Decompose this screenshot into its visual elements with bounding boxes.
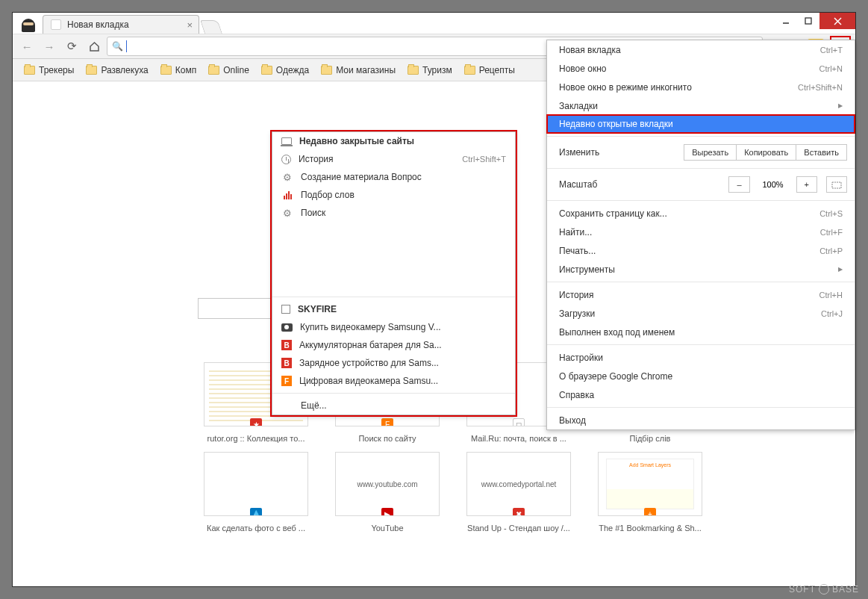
menu-new-tab[interactable]: Новая вкладкаCtrl+T — [547, 40, 855, 59]
folder-icon — [464, 66, 475, 75]
new-tab-button[interactable] — [200, 20, 222, 34]
zoom-out-button[interactable]: – — [728, 176, 749, 193]
bookmark-folder[interactable]: Одежда — [256, 62, 314, 78]
paste-button[interactable]: Вставить — [796, 144, 847, 161]
bookmark-label: Туризм — [422, 65, 452, 75]
folder-icon — [261, 66, 272, 75]
bookmark-label: Комп — [175, 65, 196, 75]
menu-separator — [547, 136, 855, 137]
bookmark-folder[interactable]: Мои магазины — [316, 62, 401, 78]
bars-icon — [281, 190, 293, 199]
bookmark-label: Трекеры — [39, 65, 74, 75]
bookmark-folder[interactable]: Развлекуха — [81, 62, 153, 78]
tile-caption: Как сделать фото с веб ... — [207, 524, 305, 533]
b-icon: B — [281, 358, 292, 368]
tile[interactable]: www.comedyportal.net✖Stand Up - Стендап … — [460, 452, 577, 533]
submenu-separator — [272, 297, 515, 297]
recent-tabs-submenu: Недавно закрытые сайты ИсторияCtrl+Shift… — [272, 131, 516, 415]
menu-about[interactable]: О браузере Google Chrome — [547, 367, 855, 385]
bookmark-folder[interactable]: Трекеры — [19, 62, 79, 78]
close-icon[interactable]: × — [187, 19, 193, 31]
submenu-heading: Недавно закрытые сайты — [272, 132, 515, 150]
bookmark-label: Мои магазины — [336, 65, 396, 75]
menu-separator — [547, 344, 855, 345]
menu-find[interactable]: Найти...Ctrl+F — [547, 223, 855, 241]
bookmark-folder[interactable]: Комп — [155, 62, 202, 78]
submenu-item[interactable]: ⚙Поиск — [272, 204, 515, 222]
text-caret — [126, 40, 127, 52]
submenu-item[interactable]: Подбор слов — [272, 186, 515, 204]
bookmark-label: Online — [223, 65, 249, 75]
menu-save-as[interactable]: Сохранить страницу как...Ctrl+S — [547, 204, 855, 223]
menu-incognito[interactable]: Новое окно в режиме инкогнитоCtrl+Shift+… — [547, 78, 855, 96]
fullscreen-button[interactable] — [826, 176, 847, 193]
tile[interactable]: Add Smart Layers+The #1 Bookmarking & Sh… — [592, 452, 708, 533]
bookmark-label: Развлекуха — [101, 65, 148, 75]
folder-icon — [408, 66, 419, 75]
copy-button[interactable]: Копировать — [737, 144, 796, 161]
device-icon — [281, 305, 290, 314]
submenu-item[interactable]: ⚙Создание материала Вопрос — [272, 168, 515, 186]
tile-caption: YouTube — [371, 524, 403, 533]
menu-help[interactable]: Справка — [547, 385, 855, 404]
bookmark-folder[interactable]: Туризм — [402, 62, 458, 78]
tab-strip: Новая вкладка × — [43, 13, 220, 34]
maximize-button[interactable] — [797, 13, 819, 29]
tile-caption: Підбір слів — [630, 434, 671, 443]
menu-tools[interactable]: Инструменты▶ — [547, 260, 855, 279]
menu-bookmarks[interactable]: Закладки▶ — [547, 96, 855, 115]
bookmark-folder[interactable]: Online — [203, 62, 255, 78]
youtube-badge-icon: ▶ — [381, 508, 393, 516]
zoom-label: Масштаб — [559, 179, 597, 190]
zoom-value: 100% — [755, 180, 792, 189]
f-icon: F — [281, 376, 292, 386]
home-button[interactable] — [84, 37, 104, 56]
window-controls — [775, 13, 855, 29]
tile-thumb: Add Smart Layers+ — [598, 452, 702, 516]
main-menu: Новая вкладкаCtrl+T Новое окноCtrl+N Нов… — [546, 40, 855, 430]
submenu-history[interactable]: ИсторияCtrl+Shift+T — [272, 150, 515, 168]
page-badge-icon: ◻ — [513, 418, 525, 426]
edit-buttons: Вырезать Копировать Вставить — [684, 144, 847, 161]
submenu-more[interactable]: Ещё... — [272, 397, 515, 415]
menu-separator — [547, 168, 855, 169]
tile-thumb: www.comedyportal.net✖ — [466, 452, 571, 516]
svg-rect-5 — [832, 182, 841, 188]
tile[interactable]: www.youtube.com▶YouTube — [329, 452, 446, 533]
menu-exit[interactable]: Выход — [547, 411, 855, 429]
menu-new-window[interactable]: Новое окноCtrl+N — [547, 59, 855, 78]
tile-caption: Поиск по сайту — [358, 434, 416, 443]
bookmark-label: Одежда — [276, 65, 309, 75]
reload-button[interactable]: ⟳ — [62, 37, 81, 56]
bookmark-folder[interactable]: Рецепты — [459, 62, 520, 78]
forward-button[interactable]: → — [40, 37, 59, 56]
ninja-icon — [19, 16, 36, 33]
menu-settings[interactable]: Настройки — [547, 348, 855, 367]
submenu-item[interactable]: BЗарядное устройство для Sams... — [272, 354, 515, 372]
tile-caption: rutor.org :: Коллекция то... — [207, 434, 305, 443]
menu-downloads[interactable]: ЗагрузкиCtrl+J — [547, 304, 855, 323]
tile-url: www.youtube.com — [357, 480, 417, 488]
minimize-button[interactable] — [775, 13, 797, 29]
titlebar: Новая вкладка × — [13, 13, 855, 34]
menu-signed-in[interactable]: Выполнен вход под именем — [547, 323, 855, 341]
menu-print[interactable]: Печать...Ctrl+P — [547, 241, 855, 260]
submenu-item[interactable]: Купить видеокамеру Samsung V... — [272, 318, 515, 336]
folder-icon — [86, 66, 97, 75]
bookmark-label: Рецепты — [479, 65, 515, 75]
tile[interactable]: 💧Как сделать фото с веб ... — [198, 452, 314, 533]
back-button[interactable]: ← — [17, 37, 37, 56]
zoom-in-button[interactable]: + — [796, 176, 817, 193]
tile-url: www.comedyportal.net — [481, 480, 557, 488]
cut-button[interactable]: Вырезать — [684, 144, 737, 161]
menu-recent-tabs[interactable]: Недавно открытые вкладки — [547, 115, 855, 133]
star-badge-icon: ✖ — [513, 508, 525, 516]
close-window-button[interactable] — [819, 13, 855, 29]
submenu-item[interactable]: FЦифровая видеокамера Samsu... — [272, 372, 515, 390]
menu-history[interactable]: ИсторияCtrl+H — [547, 285, 855, 304]
submenu-device: SKYFIRE — [272, 300, 515, 318]
edit-label: Изменить — [559, 147, 599, 158]
tile-caption: Mail.Ru: почта, поиск в ... — [471, 434, 566, 443]
submenu-item[interactable]: BАккумуляторная батарея для Sa... — [272, 336, 515, 354]
tab-new[interactable]: Новая вкладка × — [43, 15, 199, 34]
